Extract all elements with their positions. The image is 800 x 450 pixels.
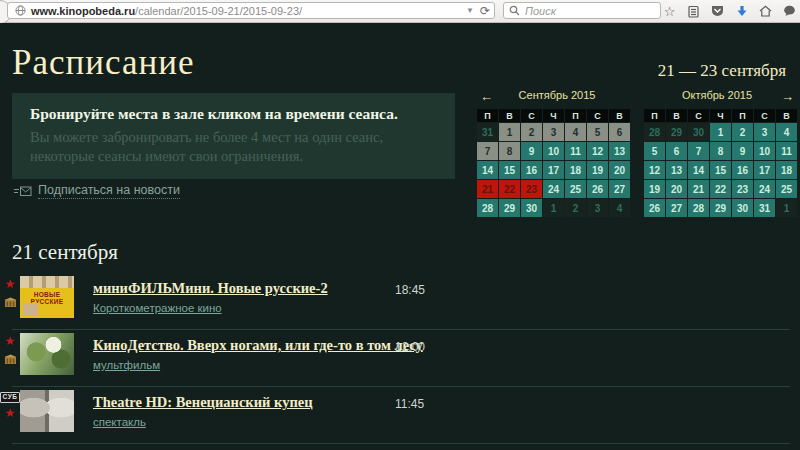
- bookmarks-menu-icon[interactable]: [686, 4, 701, 19]
- calendar-day-cell[interactable]: 27: [609, 180, 630, 198]
- toolbar-buttons: ☆: [662, 0, 797, 22]
- calendar-day-cell[interactable]: 1: [499, 123, 520, 141]
- calendar-day-cell[interactable]: 25: [776, 180, 797, 198]
- calendar-day-cell[interactable]: 7: [688, 142, 709, 160]
- calendar-day-cell[interactable]: 26: [587, 180, 608, 198]
- calendar-day-cell[interactable]: 27: [666, 199, 687, 217]
- reload-icon[interactable]: ⟳: [480, 5, 490, 17]
- calendar-day-cell[interactable]: 13: [609, 142, 630, 160]
- calendar-day-cell[interactable]: 21: [688, 180, 709, 198]
- calendar-day-cell[interactable]: 29: [710, 199, 731, 217]
- chat-icon[interactable]: [782, 4, 797, 19]
- calendar-day-cell[interactable]: 2: [521, 123, 542, 141]
- session-time-link[interactable]: 18:45: [395, 283, 425, 297]
- calendar-day-cell[interactable]: 1: [776, 199, 797, 217]
- movie-title-link[interactable]: миниФИЛЬМини. Новые русские-2: [93, 280, 328, 297]
- calendar-day-cell[interactable]: 18: [776, 161, 797, 179]
- calendar-day-cell[interactable]: 28: [477, 199, 498, 217]
- calendar-day-cell[interactable]: 15: [499, 161, 520, 179]
- pocket-icon[interactable]: [710, 4, 725, 19]
- calendar-day-cell[interactable]: 17: [543, 161, 564, 179]
- calendar-day-cell[interactable]: 24: [543, 180, 564, 198]
- calendar-day-cell[interactable]: 24: [754, 180, 775, 198]
- calendar-day-cell[interactable]: 25: [565, 180, 586, 198]
- calendar-day-cell[interactable]: 23: [732, 180, 753, 198]
- movie-genre-link[interactable]: Короткометражное кино: [93, 302, 222, 314]
- url-dropdown-icon[interactable]: ▼: [466, 6, 474, 15]
- downloads-icon[interactable]: [734, 4, 749, 19]
- calendar-day-cell[interactable]: 1: [710, 123, 731, 141]
- calendar-day-cell[interactable]: 19: [644, 180, 665, 198]
- calendar-day-cell[interactable]: 4: [609, 199, 630, 217]
- calendar-day-cell[interactable]: 26: [644, 199, 665, 217]
- calendar-day-cell[interactable]: 16: [732, 161, 753, 179]
- calendar-day-cell[interactable]: 31: [477, 123, 498, 141]
- calendar-day-cell[interactable]: 15: [710, 161, 731, 179]
- calendar-day-cell[interactable]: 1: [543, 199, 564, 217]
- session-time-link[interactable]: 11:45: [395, 397, 424, 411]
- calendar-day-cell[interactable]: 13: [666, 161, 687, 179]
- calendar-day-cell[interactable]: 18: [565, 161, 586, 179]
- calendar-day-cell[interactable]: 8: [499, 142, 520, 160]
- calendar-day-cell[interactable]: 28: [688, 199, 709, 217]
- calendar-day-cell[interactable]: 4: [776, 123, 797, 141]
- calendar-day-cell[interactable]: 4: [565, 123, 586, 141]
- movie-poster-thumbnail[interactable]: [20, 390, 74, 432]
- movie-poster-thumbnail[interactable]: [20, 333, 74, 375]
- calendar-day-cell[interactable]: 3: [543, 123, 564, 141]
- calendar-day-cell[interactable]: 2: [732, 123, 753, 141]
- calendar-day-cell[interactable]: 6: [609, 123, 630, 141]
- movie-title-link[interactable]: Theatre HD: Венецианский купец: [93, 394, 313, 411]
- movie-title-link[interactable]: КиноДетство. Вверх ногами, или где-то в …: [93, 337, 423, 354]
- movie-genre-link[interactable]: спектакль: [93, 416, 146, 428]
- calendar-day-cell[interactable]: 3: [754, 123, 775, 141]
- calendar-day-cell[interactable]: 20: [609, 161, 630, 179]
- calendar-day-cell[interactable]: 30: [521, 199, 542, 217]
- calendar-day-cell[interactable]: 29: [499, 199, 520, 217]
- calendar-day-cell[interactable]: 9: [732, 142, 753, 160]
- calendar-day-cell[interactable]: 9: [521, 142, 542, 160]
- search-input[interactable]: Поиск: [503, 2, 661, 19]
- calendar-day-cell[interactable]: 5: [644, 142, 665, 160]
- session-time-link[interactable]: 12:00: [395, 340, 425, 354]
- calendar-day-cell[interactable]: 23: [521, 180, 542, 198]
- calendar-day-cell[interactable]: 14: [477, 161, 498, 179]
- calendar-day-header: П: [565, 109, 586, 122]
- calendar-day-cell[interactable]: 11: [776, 142, 797, 160]
- movie-badges: ★: [2, 278, 18, 312]
- calendar-day-cell[interactable]: 10: [754, 142, 775, 160]
- calendar-day-cell[interactable]: 22: [710, 180, 731, 198]
- calendar-day-cell[interactable]: 5: [587, 123, 608, 141]
- home-icon[interactable]: [758, 4, 773, 19]
- movie-genre-link[interactable]: мультфильм: [93, 359, 160, 371]
- site-identity-globe-icon: [15, 5, 26, 16]
- calendar-day-cell[interactable]: 14: [688, 161, 709, 179]
- calendar-day-cell[interactable]: 12: [644, 161, 665, 179]
- calendar-day-cell[interactable]: 21: [477, 180, 498, 198]
- calendar-day-cell[interactable]: 8: [710, 142, 731, 160]
- bookmark-star-icon[interactable]: ☆: [662, 4, 677, 19]
- subscribe-news-link[interactable]: Подписаться на новости: [14, 183, 180, 199]
- calendar-widget: ← Сентябрь 2015 Октябрь 2015 → ПВСЧПСВ31…: [477, 89, 797, 217]
- calendar-day-cell[interactable]: 16: [521, 161, 542, 179]
- calendar-day-cell[interactable]: 20: [666, 180, 687, 198]
- calendar-day-cell[interactable]: 12: [587, 142, 608, 160]
- calendar-day-cell[interactable]: 30: [732, 199, 753, 217]
- calendar-day-cell[interactable]: 28: [644, 123, 665, 141]
- calendar-day-cell[interactable]: 3: [587, 199, 608, 217]
- url-bar[interactable]: www.kinopobeda.ru/calendar/2015-09-21/20…: [7, 2, 495, 19]
- movie-poster-thumbnail[interactable]: НОВЫЕ РУССКИЕ: [20, 276, 74, 318]
- calendar-next-arrow[interactable]: →: [781, 89, 794, 105]
- calendar-day-cell[interactable]: 10: [543, 142, 564, 160]
- calendar-day-cell[interactable]: 11: [565, 142, 586, 160]
- calendar-prev-arrow[interactable]: ←: [480, 89, 493, 105]
- calendar-day-cell[interactable]: 30: [688, 123, 709, 141]
- calendar-day-cell[interactable]: 17: [754, 161, 775, 179]
- calendar-day-cell[interactable]: 31: [754, 199, 775, 217]
- calendar-day-cell[interactable]: 6: [666, 142, 687, 160]
- calendar-day-cell[interactable]: 2: [565, 199, 586, 217]
- calendar-day-cell[interactable]: 19: [587, 161, 608, 179]
- calendar-day-cell[interactable]: 29: [666, 123, 687, 141]
- calendar-day-cell[interactable]: 22: [499, 180, 520, 198]
- calendar-day-cell[interactable]: 7: [477, 142, 498, 160]
